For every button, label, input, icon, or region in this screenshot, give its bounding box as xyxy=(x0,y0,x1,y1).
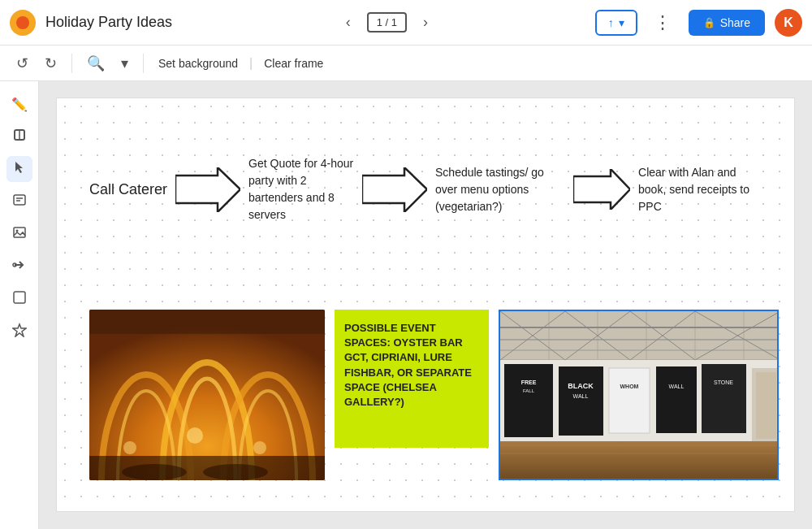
svg-rect-54 xyxy=(656,366,697,433)
svg-point-23 xyxy=(203,464,268,480)
svg-rect-52 xyxy=(609,368,650,433)
svg-text:WALL: WALL xyxy=(669,384,685,389)
notes-tool-button[interactable] xyxy=(6,189,32,215)
svg-rect-60 xyxy=(500,441,779,480)
plugin-icon xyxy=(12,323,27,340)
app-logo xyxy=(10,10,36,36)
cursor-icon xyxy=(12,160,27,178)
next-page-button[interactable]: › xyxy=(417,11,434,34)
shape-icon xyxy=(12,290,27,308)
svg-point-24 xyxy=(123,441,136,454)
svg-marker-12 xyxy=(573,169,630,210)
svg-point-6 xyxy=(15,230,18,232)
sticky-text: POSSIBLE EVENT SPACES: OYSTER BAR GCT, C… xyxy=(344,321,479,410)
page-indicator: 1 / 1 xyxy=(367,12,407,33)
svg-rect-46 xyxy=(504,364,553,437)
step1-label: Call Caterer xyxy=(89,181,167,198)
svg-text:STONE: STONE xyxy=(714,379,733,385)
svg-rect-49 xyxy=(559,366,603,436)
toolbar: ↺ ↻ 🔍 ▾ Set background | Clear frame xyxy=(0,46,812,81)
select-tool-button[interactable] xyxy=(6,156,32,182)
image-tool-button[interactable] xyxy=(6,221,32,247)
svg-rect-20 xyxy=(89,310,325,334)
share-button[interactable]: 🔒 Share xyxy=(689,10,765,36)
prev-page-button[interactable]: ‹ xyxy=(339,11,357,34)
svg-rect-56 xyxy=(702,364,746,433)
avatar[interactable]: K xyxy=(775,9,802,37)
lock-icon: 🔒 xyxy=(703,17,715,28)
logo-inner xyxy=(16,16,29,29)
gallery-photo: FREE FALL BLACK WALL WHOM WALL xyxy=(499,310,779,480)
pen-icon: ✏️ xyxy=(11,97,28,112)
marker-icon xyxy=(12,128,27,145)
share-label: Share xyxy=(720,16,750,29)
top-bar: Holiday Party Ideas ‹ 1 / 1 › ↑ ▾ ⋮ 🔒 Sh… xyxy=(0,0,812,46)
svg-rect-59 xyxy=(756,372,776,439)
publish-arrow: ▾ xyxy=(619,16,624,29)
image-icon xyxy=(12,225,27,243)
arrow3 xyxy=(573,169,630,210)
svg-rect-2 xyxy=(14,195,25,205)
step3-label: Schedule tastings/ go over menu options … xyxy=(435,164,565,215)
pen-tool-button[interactable]: ✏️ xyxy=(6,91,32,117)
svg-rect-13 xyxy=(89,310,325,480)
canvas-area[interactable]: Call Caterer Get Quote for 4-hour party … xyxy=(39,81,812,529)
svg-marker-9 xyxy=(13,324,26,336)
svg-text:WALL: WALL xyxy=(573,393,589,399)
zoom-button[interactable]: 🔍 xyxy=(80,51,111,76)
notes-icon xyxy=(12,193,27,210)
shape-tool-button[interactable] xyxy=(6,286,32,312)
svg-text:BLACK: BLACK xyxy=(568,382,594,390)
toolbar-text-separator: | xyxy=(249,56,253,71)
toolbar-divider-2 xyxy=(143,54,144,73)
main-area: ✏️ xyxy=(0,81,812,529)
publish-icon: ↑ xyxy=(608,16,614,29)
arrow-tool-button[interactable] xyxy=(6,254,32,280)
sticky-note: POSSIBLE EVENT SPACES: OYSTER BAR GCT, C… xyxy=(335,310,489,448)
svg-text:FREE: FREE xyxy=(521,379,537,385)
arrow2 xyxy=(362,167,427,212)
svg-rect-8 xyxy=(14,292,25,303)
clear-frame-button[interactable]: Clear frame xyxy=(257,54,330,73)
arrow1 xyxy=(175,167,240,212)
marker-tool-button[interactable] xyxy=(6,124,32,150)
gallery-photo-svg: FREE FALL BLACK WALL WHOM WALL xyxy=(500,311,779,480)
svg-point-26 xyxy=(253,441,266,454)
venue-photo-svg xyxy=(89,310,325,480)
undo-button[interactable]: ↺ xyxy=(10,51,35,76)
step2-label: Get Quote for 4-hour party with 2 barten… xyxy=(248,155,354,223)
venue-photo xyxy=(89,310,325,480)
svg-marker-11 xyxy=(362,167,427,212)
arrow-icon xyxy=(12,258,27,275)
plugin-tool-button[interactable] xyxy=(6,319,32,345)
svg-text:FALL: FALL xyxy=(523,388,535,393)
svg-marker-10 xyxy=(175,167,240,212)
document-title: Holiday Party Ideas xyxy=(45,14,172,31)
zoom-icon: 🔍 xyxy=(87,55,105,72)
svg-rect-21 xyxy=(89,456,325,480)
svg-point-25 xyxy=(187,427,203,444)
toolbar-divider-1 xyxy=(71,54,72,73)
svg-text:WHOM: WHOM xyxy=(620,384,639,389)
svg-point-22 xyxy=(122,464,187,480)
canvas[interactable]: Call Caterer Get Quote for 4-hour party … xyxy=(56,98,795,512)
zoom-dropdown-button[interactable]: ▾ xyxy=(114,51,135,76)
more-options-button[interactable]: ⋮ xyxy=(647,9,679,37)
left-sidebar: ✏️ xyxy=(0,81,39,529)
set-background-button[interactable]: Set background xyxy=(152,54,244,73)
publish-button[interactable]: ↑ ▾ xyxy=(595,10,637,36)
redo-button[interactable]: ↻ xyxy=(38,51,63,76)
step4-label: Clear with Alan and book, send receipts … xyxy=(638,164,756,215)
